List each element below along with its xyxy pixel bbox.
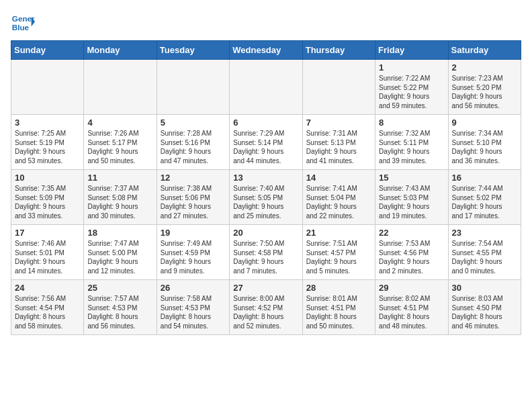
calendar-cell: 24Sunrise: 7:56 AM Sunset: 4:54 PM Dayli… [11,280,84,335]
day-number: 3 [15,118,80,128]
day-number: 18 [87,228,152,238]
day-number: 9 [452,118,517,128]
day-header-monday: Monday [84,41,157,60]
day-info: Sunrise: 7:43 AM Sunset: 5:03 PM Dayligh… [379,184,444,220]
day-number: 30 [452,283,517,293]
svg-text:Blue: Blue [12,23,30,32]
calendar-cell: 23Sunrise: 7:54 AM Sunset: 4:55 PM Dayli… [448,225,521,280]
calendar-cell: 4Sunrise: 7:26 AM Sunset: 5:17 PM Daylig… [84,115,157,170]
calendar-cell: 15Sunrise: 7:43 AM Sunset: 5:03 PM Dayli… [375,170,448,225]
day-info: Sunrise: 7:26 AM Sunset: 5:17 PM Dayligh… [87,129,152,165]
calendar-table: SundayMondayTuesdayWednesdayThursdayFrid… [11,40,521,335]
day-number: 1 [379,62,444,73]
day-number: 26 [161,283,226,293]
day-info: Sunrise: 7:34 AM Sunset: 5:10 PM Dayligh… [452,129,517,165]
calendar-cell: 21Sunrise: 7:51 AM Sunset: 4:57 PM Dayli… [302,225,375,280]
day-info: Sunrise: 7:46 AM Sunset: 5:01 PM Dayligh… [15,239,80,275]
calendar-cell: 20Sunrise: 7:50 AM Sunset: 4:58 PM Dayli… [230,225,302,280]
day-number: 11 [87,173,152,183]
calendar-cell: 28Sunrise: 8:01 AM Sunset: 4:51 PM Dayli… [302,280,375,335]
calendar-cell [230,60,302,115]
calendar-week-row: 1Sunrise: 7:22 AM Sunset: 5:22 PM Daylig… [11,60,521,115]
calendar-cell: 17Sunrise: 7:46 AM Sunset: 5:01 PM Dayli… [11,225,84,280]
calendar-cell: 19Sunrise: 7:49 AM Sunset: 4:59 PM Dayli… [157,225,229,280]
calendar-cell: 7Sunrise: 7:31 AM Sunset: 5:13 PM Daylig… [302,115,375,170]
calendar-cell: 30Sunrise: 8:03 AM Sunset: 4:50 PM Dayli… [448,280,521,335]
day-info: Sunrise: 7:53 AM Sunset: 4:56 PM Dayligh… [379,239,444,275]
calendar-cell: 8Sunrise: 7:32 AM Sunset: 5:11 PM Daylig… [375,115,448,170]
day-info: Sunrise: 7:50 AM Sunset: 4:58 PM Dayligh… [233,239,298,275]
day-number: 6 [233,118,298,128]
day-info: Sunrise: 7:41 AM Sunset: 5:04 PM Dayligh… [306,184,371,220]
calendar-cell: 1Sunrise: 7:22 AM Sunset: 5:22 PM Daylig… [375,60,448,115]
day-info: Sunrise: 7:40 AM Sunset: 5:05 PM Dayligh… [233,184,298,220]
day-number: 2 [452,62,517,73]
calendar-cell: 14Sunrise: 7:41 AM Sunset: 5:04 PM Dayli… [302,170,375,225]
day-number: 7 [306,118,371,128]
day-number: 25 [87,283,152,293]
calendar-cell: 12Sunrise: 7:38 AM Sunset: 5:06 PM Dayli… [157,170,229,225]
day-info: Sunrise: 7:28 AM Sunset: 5:16 PM Dayligh… [161,129,226,165]
day-number: 24 [15,283,80,293]
day-header-wednesday: Wednesday [230,41,302,60]
calendar-header-row: SundayMondayTuesdayWednesdayThursdayFrid… [11,41,521,60]
day-number: 4 [87,118,152,128]
calendar-cell: 5Sunrise: 7:28 AM Sunset: 5:16 PM Daylig… [157,115,229,170]
day-info: Sunrise: 7:35 AM Sunset: 5:09 PM Dayligh… [15,184,80,220]
day-info: Sunrise: 7:29 AM Sunset: 5:14 PM Dayligh… [233,129,298,165]
day-number: 8 [379,118,444,128]
day-info: Sunrise: 7:51 AM Sunset: 4:57 PM Dayligh… [306,239,371,275]
day-header-thursday: Thursday [302,41,375,60]
day-number: 17 [15,228,80,238]
calendar-cell: 2Sunrise: 7:23 AM Sunset: 5:20 PM Daylig… [448,60,521,115]
calendar-cell: 16Sunrise: 7:44 AM Sunset: 5:02 PM Dayli… [448,170,521,225]
day-number: 12 [161,173,226,183]
day-number: 15 [379,173,444,183]
calendar-week-row: 24Sunrise: 7:56 AM Sunset: 4:54 PM Dayli… [11,280,521,335]
day-header-tuesday: Tuesday [157,41,229,60]
day-info: Sunrise: 8:03 AM Sunset: 4:50 PM Dayligh… [452,294,517,330]
calendar-cell: 27Sunrise: 8:00 AM Sunset: 4:52 PM Dayli… [230,280,302,335]
calendar-cell: 13Sunrise: 7:40 AM Sunset: 5:05 PM Dayli… [230,170,302,225]
day-info: Sunrise: 7:58 AM Sunset: 4:53 PM Dayligh… [161,294,226,330]
day-number: 5 [161,118,226,128]
day-number: 29 [379,283,444,293]
calendar-cell: 26Sunrise: 7:58 AM Sunset: 4:53 PM Dayli… [157,280,229,335]
day-number: 19 [161,228,226,238]
day-header-sunday: Sunday [11,41,84,60]
logo: General Blue [11,11,35,35]
calendar-cell: 11Sunrise: 7:37 AM Sunset: 5:08 PM Dayli… [84,170,157,225]
day-header-friday: Friday [375,41,448,60]
day-number: 23 [452,228,517,238]
logo-icon: General Blue [11,11,35,35]
day-info: Sunrise: 7:31 AM Sunset: 5:13 PM Dayligh… [306,129,371,165]
page-header: General Blue [11,11,521,35]
day-number: 14 [306,173,371,183]
day-info: Sunrise: 7:22 AM Sunset: 5:22 PM Dayligh… [379,74,444,110]
day-number: 22 [379,228,444,238]
calendar-cell [11,60,84,115]
calendar-cell: 6Sunrise: 7:29 AM Sunset: 5:14 PM Daylig… [230,115,302,170]
day-number: 13 [233,173,298,183]
day-info: Sunrise: 8:00 AM Sunset: 4:52 PM Dayligh… [233,294,298,330]
calendar-cell [157,60,229,115]
calendar-cell: 9Sunrise: 7:34 AM Sunset: 5:10 PM Daylig… [448,115,521,170]
day-info: Sunrise: 7:57 AM Sunset: 4:53 PM Dayligh… [87,294,152,330]
calendar-week-row: 17Sunrise: 7:46 AM Sunset: 5:01 PM Dayli… [11,225,521,280]
day-number: 21 [306,228,371,238]
day-info: Sunrise: 7:47 AM Sunset: 5:00 PM Dayligh… [87,239,152,275]
calendar-cell [302,60,375,115]
day-info: Sunrise: 7:37 AM Sunset: 5:08 PM Dayligh… [87,184,152,220]
day-info: Sunrise: 7:32 AM Sunset: 5:11 PM Dayligh… [379,129,444,165]
day-info: Sunrise: 7:54 AM Sunset: 4:55 PM Dayligh… [452,239,517,275]
calendar-cell: 18Sunrise: 7:47 AM Sunset: 5:00 PM Dayli… [84,225,157,280]
day-number: 16 [452,173,517,183]
day-info: Sunrise: 7:23 AM Sunset: 5:20 PM Dayligh… [452,74,517,110]
calendar-cell: 25Sunrise: 7:57 AM Sunset: 4:53 PM Dayli… [84,280,157,335]
calendar-cell: 3Sunrise: 7:25 AM Sunset: 5:19 PM Daylig… [11,115,84,170]
day-info: Sunrise: 7:49 AM Sunset: 4:59 PM Dayligh… [161,239,226,275]
day-info: Sunrise: 8:02 AM Sunset: 4:51 PM Dayligh… [379,294,444,330]
day-info: Sunrise: 8:01 AM Sunset: 4:51 PM Dayligh… [306,294,371,330]
calendar-cell: 10Sunrise: 7:35 AM Sunset: 5:09 PM Dayli… [11,170,84,225]
day-info: Sunrise: 7:56 AM Sunset: 4:54 PM Dayligh… [15,294,80,330]
